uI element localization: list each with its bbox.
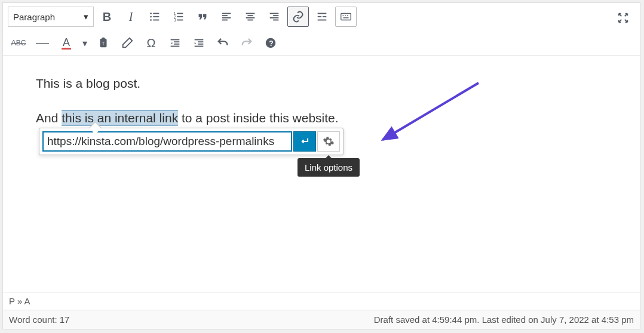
paste-text-button[interactable]: T xyxy=(93,33,114,53)
svg-rect-41 xyxy=(195,46,204,47)
align-center-button[interactable] xyxy=(240,7,261,27)
svg-rect-16 xyxy=(246,13,255,14)
toolbar: Paragraph ▾ B I 123 xyxy=(3,3,640,56)
svg-rect-5 xyxy=(153,20,159,21)
svg-rect-40 xyxy=(198,44,203,45)
svg-rect-39 xyxy=(198,41,203,42)
gear-icon xyxy=(323,135,335,147)
svg-rect-26 xyxy=(323,16,326,17)
svg-rect-38 xyxy=(195,39,204,41)
svg-point-4 xyxy=(150,19,152,21)
svg-rect-34 xyxy=(171,39,180,41)
help-button[interactable]: ? xyxy=(260,33,281,53)
svg-text:?: ? xyxy=(269,39,273,48)
svg-rect-1 xyxy=(153,13,159,14)
bold-button[interactable]: B xyxy=(96,7,118,27)
indent-button[interactable] xyxy=(188,33,210,53)
numbered-list-icon: 123 xyxy=(172,10,185,23)
svg-rect-37 xyxy=(171,46,180,47)
element-path[interactable]: P » A xyxy=(3,292,640,310)
svg-point-0 xyxy=(150,13,152,14)
svg-rect-20 xyxy=(270,13,279,14)
svg-rect-9 xyxy=(177,16,183,17)
bullet-list-button[interactable] xyxy=(144,7,165,27)
horizontal-rule-button[interactable]: — xyxy=(32,33,53,53)
svg-point-2 xyxy=(150,16,152,18)
clear-formatting-button[interactable] xyxy=(116,33,138,53)
text-color-button[interactable]: A xyxy=(56,33,77,53)
apply-link-button[interactable] xyxy=(293,131,316,152)
italic-button[interactable]: I xyxy=(120,7,142,27)
editor-content[interactable]: This is a blog post. And this is an inte… xyxy=(3,56,640,292)
svg-rect-3 xyxy=(153,16,159,17)
read-more-button[interactable] xyxy=(311,7,333,27)
svg-rect-15 xyxy=(222,20,228,21)
text-color-dropdown[interactable]: ▾ xyxy=(79,33,90,53)
clipboard-icon: T xyxy=(97,36,110,50)
svg-text:3: 3 xyxy=(174,18,176,22)
special-character-button[interactable]: Ω xyxy=(140,33,162,53)
quote-icon xyxy=(196,10,209,23)
undo-icon xyxy=(216,36,229,50)
link-button[interactable] xyxy=(287,7,309,27)
align-right-icon xyxy=(268,10,281,23)
numbered-list-button[interactable]: 123 xyxy=(168,7,189,27)
save-status: Draft saved at 4:59:44 pm. Last edited o… xyxy=(374,314,634,325)
svg-rect-21 xyxy=(273,15,278,16)
svg-rect-24 xyxy=(318,13,327,14)
svg-rect-14 xyxy=(222,17,231,18)
selected-link-text: this is an internal link xyxy=(62,110,178,126)
link-options-button[interactable]: Link options xyxy=(317,131,340,152)
fullscreen-icon xyxy=(617,11,630,24)
format-label: Paragraph xyxy=(13,12,55,22)
redo-icon xyxy=(240,36,253,50)
align-center-icon xyxy=(244,10,257,23)
bullet-list-icon xyxy=(148,10,161,23)
align-left-button[interactable] xyxy=(216,7,237,27)
fullscreen-button[interactable] xyxy=(612,8,634,28)
link-popup: Link options xyxy=(39,128,344,155)
svg-rect-28 xyxy=(341,14,351,20)
svg-rect-25 xyxy=(318,16,321,17)
svg-rect-35 xyxy=(174,41,179,42)
svg-rect-7 xyxy=(177,13,183,14)
link-icon xyxy=(292,10,305,23)
strikethrough-button[interactable]: ABC xyxy=(8,33,29,53)
align-left-icon xyxy=(220,10,233,23)
editor-container: Paragraph ▾ B I 123 xyxy=(2,2,640,329)
svg-rect-36 xyxy=(174,44,179,45)
link-options-tooltip: Link options xyxy=(298,158,360,177)
toolbar-toggle-button[interactable] xyxy=(335,7,357,27)
svg-rect-23 xyxy=(273,20,278,21)
link-url-input[interactable] xyxy=(42,131,292,152)
word-count: Word count: 17 xyxy=(9,314,69,325)
paragraph-1: This is a blog post. xyxy=(36,74,607,93)
enter-icon xyxy=(299,135,311,147)
undo-button[interactable] xyxy=(212,33,234,53)
read-more-icon xyxy=(315,10,329,23)
svg-rect-17 xyxy=(247,15,253,16)
svg-rect-22 xyxy=(270,17,279,18)
chevron-down-icon: ▾ xyxy=(82,38,87,49)
svg-rect-13 xyxy=(222,15,228,16)
chevron-down-icon: ▾ xyxy=(84,11,88,22)
svg-rect-18 xyxy=(246,17,255,18)
paragraph-2: And this is an internal link to a post i… xyxy=(36,109,607,128)
indent-icon xyxy=(192,36,206,50)
align-right-button[interactable] xyxy=(263,7,285,27)
svg-rect-12 xyxy=(222,13,231,14)
outdent-button[interactable] xyxy=(164,33,186,53)
keyboard-icon xyxy=(339,10,352,23)
status-bar: Word count: 17 Draft saved at 4:59:44 pm… xyxy=(3,310,640,329)
outdent-icon xyxy=(168,36,182,50)
eraser-icon xyxy=(121,36,134,50)
svg-rect-19 xyxy=(247,20,253,21)
format-dropdown[interactable]: Paragraph ▾ xyxy=(8,7,94,27)
svg-rect-27 xyxy=(318,20,327,21)
redo-button[interactable] xyxy=(236,33,257,53)
svg-rect-11 xyxy=(177,20,183,21)
blockquote-button[interactable] xyxy=(192,7,213,27)
help-icon: ? xyxy=(264,36,277,50)
svg-text:T: T xyxy=(102,41,105,47)
